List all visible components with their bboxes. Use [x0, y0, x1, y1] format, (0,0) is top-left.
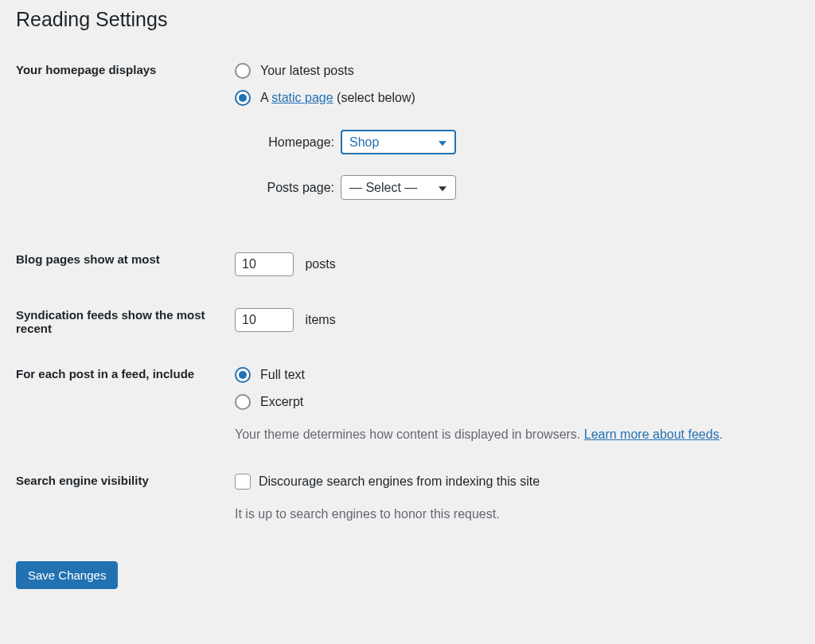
- radio-excerpt[interactable]: [235, 394, 251, 410]
- syndication-input[interactable]: [235, 308, 294, 332]
- discourage-search-checkbox[interactable]: [235, 474, 251, 490]
- search-visibility-description: It is up to search engines to honor this…: [235, 507, 791, 521]
- settings-form: Your homepage displays Your latest posts…: [16, 63, 799, 537]
- search-visibility-label: Search engine visibility: [16, 458, 227, 537]
- radio-static-page-label: A static page (select below): [260, 91, 415, 105]
- discourage-search-label: Discourage search engines from indexing …: [259, 474, 540, 489]
- radio-full-text-label: Full text: [260, 368, 305, 382]
- feed-include-description: Your theme determines how content is dis…: [235, 427, 791, 442]
- blog-pages-label: Blog pages show at most: [16, 236, 227, 292]
- posts-page-select-label: Posts page:: [259, 181, 334, 195]
- save-changes-button[interactable]: Save Changes: [16, 561, 118, 589]
- syndication-label: Syndication feeds show the most recent: [16, 292, 227, 351]
- posts-page-select[interactable]: — Select —: [341, 175, 456, 200]
- feed-include-label: For each post in a feed, include: [16, 351, 227, 458]
- radio-static-page[interactable]: [235, 90, 251, 106]
- homepage-displays-label: Your homepage displays: [16, 63, 227, 236]
- radio-latest-posts-label: Your latest posts: [260, 64, 354, 78]
- syndication-suffix: items: [305, 313, 335, 326]
- blog-pages-suffix: posts: [305, 257, 335, 271]
- page-title: Reading Settings: [16, 8, 799, 31]
- learn-more-feeds-link[interactable]: Learn more about feeds: [584, 427, 719, 441]
- radio-full-text[interactable]: [235, 367, 251, 383]
- static-page-link[interactable]: static page: [271, 91, 333, 104]
- homepage-select-label: Homepage:: [259, 135, 334, 150]
- radio-excerpt-label: Excerpt: [260, 395, 303, 409]
- blog-pages-input[interactable]: [235, 252, 294, 276]
- homepage-select[interactable]: Shop: [341, 130, 456, 154]
- radio-latest-posts[interactable]: [235, 63, 251, 79]
